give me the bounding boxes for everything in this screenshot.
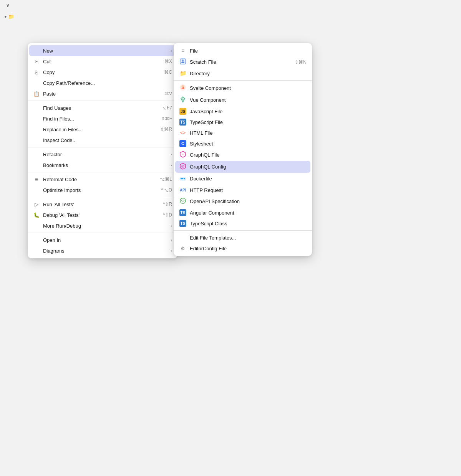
run-icon: ▷	[33, 202, 40, 207]
context-menu-item-replace-files[interactable]: Replace in Files...⇧⌘R	[28, 124, 177, 135]
submenu-item-dockerfile[interactable]: Dockerfile	[174, 173, 312, 185]
context-menu-item-reformat[interactable]: ≡Reformat Code⌥⌘L	[28, 174, 177, 185]
shortcut-optimize: ^⌥O	[161, 187, 172, 193]
submenu-arrow-bookmarks: ›	[171, 163, 172, 167]
submenu-item-graphql-config[interactable]: GraphQL Config	[175, 161, 310, 173]
menu-label-more-run: More Run/Debug	[43, 223, 167, 229]
scissors-icon: ✂	[33, 59, 40, 64]
shortcut-find-usages: ⌥F7	[161, 105, 172, 111]
menu-label-bookmarks: Bookmarks	[43, 162, 167, 168]
menu-label-run: Run 'All Tests'	[43, 202, 155, 207]
shortcut-debug: ^⇧D	[163, 212, 172, 218]
context-menu-item-run[interactable]: ▷Run 'All Tests'^⇧R	[28, 199, 177, 210]
submenu-label-graphql-config: GraphQL Config	[190, 164, 307, 170]
submenu-item-svelte[interactable]: S Svelte Component	[174, 82, 312, 94]
context-menu-item-copy[interactable]: ⎘Copy⌘C	[28, 67, 177, 78]
submenu-item-openapi[interactable]: OpenAPI Specification	[174, 195, 312, 207]
submenu-label-scratch-file: Scratch File	[190, 59, 287, 65]
context-menu-item-refactor[interactable]: Refactor›	[28, 149, 177, 160]
submenu-label-file: File	[190, 48, 307, 54]
gear-icon: ⚙	[179, 246, 187, 251]
submenu-label-graphql-file: GraphQL File	[190, 152, 307, 158]
shortcut-reformat: ⌥⌘L	[159, 177, 172, 182]
ts-class-icon: TS	[179, 220, 187, 227]
menu-label-find-files: Find in Files...	[43, 116, 153, 122]
shortcut-scratch-file: ⇧⌘N	[295, 60, 307, 65]
submenu-item-angular[interactable]: TSAngular Component	[174, 207, 312, 218]
menu-label-refactor: Refactor	[43, 152, 167, 157]
menu-divider	[28, 233, 177, 233]
copy-icon: ⎘	[33, 69, 40, 75]
project-tree: ▾ 📁	[0, 11, 461, 22]
directory-icon: 📁	[179, 70, 187, 76]
submenu-item-ts-class[interactable]: TSTypeScript Class	[174, 218, 312, 229]
submenu-item-scratch-file[interactable]: Scratch File⇧⌘N	[174, 56, 312, 68]
submenu-label-directory: Directory	[190, 71, 307, 76]
submenu-arrow-diagrams: ›	[171, 248, 172, 253]
submenu-item-file[interactable]: ≡File	[174, 45, 312, 56]
graphql-config-icon	[179, 163, 187, 171]
context-menu-item-find-files[interactable]: Find in Files...⇧⌘F	[28, 113, 177, 124]
submenu-item-graphql-file[interactable]: GraphQL File	[174, 149, 312, 161]
context-menu-item-new[interactable]: New›	[29, 45, 176, 56]
submenu-label-ts: TypeScript File	[190, 119, 307, 125]
context-menu-item-debug[interactable]: 🐛Debug 'All Tests'^⇧D	[28, 210, 177, 220]
debug-icon: 🐛	[33, 212, 40, 218]
project-dropdown-icon[interactable]: ∨	[6, 3, 9, 8]
shortcut-copy: ⌘C	[164, 69, 172, 75]
submenu-item-html[interactable]: <>HTML File	[174, 127, 312, 138]
context-menu-item-optimize[interactable]: Optimize Imports^⌥O	[28, 185, 177, 195]
submenu-item-http[interactable]: APIHTTP Request	[174, 185, 312, 195]
submenu-label-edit-templates: Edit File Templates...	[190, 235, 307, 241]
menu-divider	[28, 197, 177, 197]
menu-divider	[28, 101, 177, 101]
graphql-icon	[179, 151, 187, 159]
menu-divider	[28, 172, 177, 172]
project-header: ∨	[0, 0, 461, 11]
css-icon: C	[179, 140, 187, 147]
menu-label-diagrams: Diagrams	[43, 248, 167, 254]
context-menu: New›✂Cut⌘X⎘Copy⌘CCopy Path/Reference...📋…	[28, 43, 177, 258]
context-menu-item-inspect[interactable]: Inspect Code...	[28, 135, 177, 145]
context-menu-item-more-run[interactable]: More Run/Debug›	[28, 220, 177, 231]
file-icon: ≡	[179, 48, 187, 54]
submenu-item-editorconfig[interactable]: ⚙EditorConfig File	[174, 243, 312, 254]
context-menu-item-find-usages[interactable]: Find Usages⌥F7	[28, 102, 177, 113]
svelte-icon: S	[179, 84, 187, 92]
submenu-item-vue[interactable]: Vue Component	[174, 94, 312, 106]
menu-label-copy-path: Copy Path/Reference...	[43, 80, 172, 86]
menu-label-new: New	[43, 48, 167, 54]
html-icon: <>	[179, 130, 187, 136]
context-menu-item-bookmarks[interactable]: Bookmarks›	[28, 160, 177, 170]
context-menu-item-copy-path[interactable]: Copy Path/Reference...	[28, 78, 177, 88]
submenu-label-js: JavaScript File	[190, 109, 307, 114]
context-menu-item-diagrams[interactable]: Diagrams›	[28, 245, 177, 256]
submenu: ≡File Scratch File⇧⌘N📁Directory S Svelte…	[174, 43, 312, 256]
svg-text:S: S	[181, 85, 184, 90]
submenu-item-directory[interactable]: 📁Directory	[174, 68, 312, 79]
context-menu-item-open-in[interactable]: Open In›	[28, 235, 177, 245]
tree-root-item[interactable]: ▾ 📁	[0, 13, 461, 21]
menu-divider	[28, 147, 177, 147]
menu-label-find-usages: Find Usages	[43, 105, 154, 111]
docker-icon	[179, 175, 187, 183]
menu-label-copy: Copy	[43, 69, 156, 75]
svg-point-1	[182, 60, 184, 61]
ts-icon: TS	[179, 119, 187, 126]
submenu-label-editorconfig: EditorConfig File	[190, 246, 307, 251]
reformat-icon: ≡	[33, 177, 40, 182]
submenu-item-edit-templates[interactable]: Edit File Templates...	[174, 232, 312, 243]
submenu-arrow-refactor: ›	[171, 152, 172, 157]
submenu-label-angular: Angular Component	[190, 210, 307, 216]
shortcut-find-files: ⇧⌘F	[161, 116, 172, 121]
folder-icon: 📁	[8, 14, 14, 20]
context-menu-item-cut[interactable]: ✂Cut⌘X	[28, 56, 177, 67]
submenu-arrow-open-in: ›	[171, 238, 172, 242]
context-menu-item-paste[interactable]: 📋Paste⌘V	[28, 88, 177, 99]
submenu-item-ts[interactable]: TSTypeScript File	[174, 117, 312, 127]
submenu-item-js[interactable]: JSJavaScript File	[174, 106, 312, 117]
menu-label-inspect: Inspect Code...	[43, 137, 172, 143]
shortcut-run: ^⇧R	[163, 202, 172, 207]
menu-label-paste: Paste	[43, 91, 157, 97]
submenu-item-css[interactable]: CStylesheet	[174, 138, 312, 149]
